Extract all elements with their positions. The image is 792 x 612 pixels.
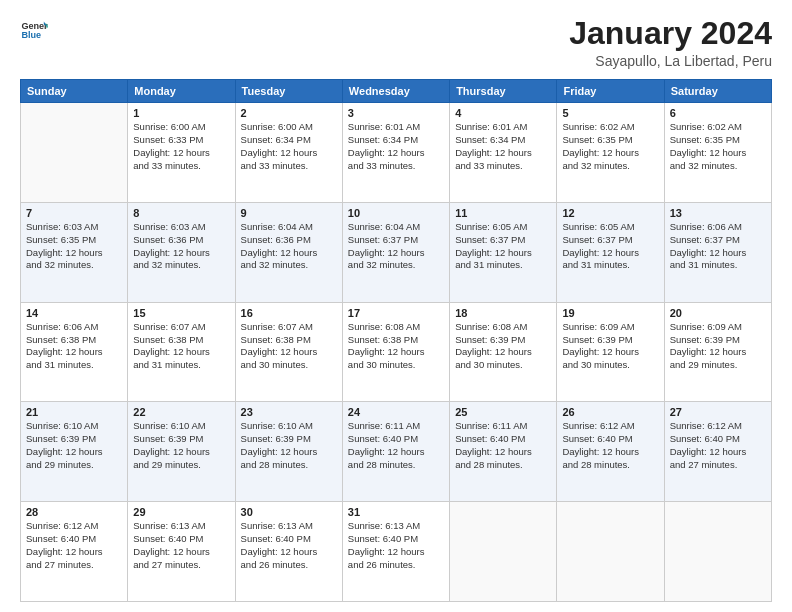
day-number: 4	[455, 107, 551, 119]
calendar-cell	[664, 502, 771, 602]
day-info: Sunrise: 6:02 AM Sunset: 6:35 PM Dayligh…	[670, 121, 766, 172]
calendar-cell: 2Sunrise: 6:00 AM Sunset: 6:34 PM Daylig…	[235, 103, 342, 203]
day-info: Sunrise: 6:11 AM Sunset: 6:40 PM Dayligh…	[455, 420, 551, 471]
main-title: January 2024	[569, 16, 772, 51]
day-number: 7	[26, 207, 122, 219]
day-number: 3	[348, 107, 444, 119]
day-info: Sunrise: 6:03 AM Sunset: 6:36 PM Dayligh…	[133, 221, 229, 272]
calendar-cell: 31Sunrise: 6:13 AM Sunset: 6:40 PM Dayli…	[342, 502, 449, 602]
calendar-cell: 15Sunrise: 6:07 AM Sunset: 6:38 PM Dayli…	[128, 302, 235, 402]
day-number: 25	[455, 406, 551, 418]
day-info: Sunrise: 6:09 AM Sunset: 6:39 PM Dayligh…	[670, 321, 766, 372]
weekday-header-thursday: Thursday	[450, 80, 557, 103]
calendar-week-row: 28Sunrise: 6:12 AM Sunset: 6:40 PM Dayli…	[21, 502, 772, 602]
calendar-cell: 10Sunrise: 6:04 AM Sunset: 6:37 PM Dayli…	[342, 202, 449, 302]
calendar-cell: 20Sunrise: 6:09 AM Sunset: 6:39 PM Dayli…	[664, 302, 771, 402]
day-number: 8	[133, 207, 229, 219]
day-info: Sunrise: 6:08 AM Sunset: 6:38 PM Dayligh…	[348, 321, 444, 372]
day-info: Sunrise: 6:06 AM Sunset: 6:38 PM Dayligh…	[26, 321, 122, 372]
calendar-cell: 26Sunrise: 6:12 AM Sunset: 6:40 PM Dayli…	[557, 402, 664, 502]
day-number: 24	[348, 406, 444, 418]
logo-icon: General Blue	[20, 16, 48, 44]
svg-text:Blue: Blue	[21, 30, 41, 40]
day-info: Sunrise: 6:13 AM Sunset: 6:40 PM Dayligh…	[348, 520, 444, 571]
day-number: 20	[670, 307, 766, 319]
calendar-cell	[450, 502, 557, 602]
day-info: Sunrise: 6:09 AM Sunset: 6:39 PM Dayligh…	[562, 321, 658, 372]
day-info: Sunrise: 6:12 AM Sunset: 6:40 PM Dayligh…	[670, 420, 766, 471]
day-number: 23	[241, 406, 337, 418]
weekday-header-sunday: Sunday	[21, 80, 128, 103]
title-block: January 2024 Sayapullo, La Libertad, Per…	[569, 16, 772, 69]
day-number: 11	[455, 207, 551, 219]
day-info: Sunrise: 6:01 AM Sunset: 6:34 PM Dayligh…	[348, 121, 444, 172]
day-number: 28	[26, 506, 122, 518]
day-number: 6	[670, 107, 766, 119]
day-info: Sunrise: 6:03 AM Sunset: 6:35 PM Dayligh…	[26, 221, 122, 272]
day-info: Sunrise: 6:06 AM Sunset: 6:37 PM Dayligh…	[670, 221, 766, 272]
calendar-cell: 8Sunrise: 6:03 AM Sunset: 6:36 PM Daylig…	[128, 202, 235, 302]
day-info: Sunrise: 6:10 AM Sunset: 6:39 PM Dayligh…	[26, 420, 122, 471]
day-info: Sunrise: 6:04 AM Sunset: 6:37 PM Dayligh…	[348, 221, 444, 272]
calendar-cell: 1Sunrise: 6:00 AM Sunset: 6:33 PM Daylig…	[128, 103, 235, 203]
calendar-cell: 30Sunrise: 6:13 AM Sunset: 6:40 PM Dayli…	[235, 502, 342, 602]
weekday-header-row: SundayMondayTuesdayWednesdayThursdayFrid…	[21, 80, 772, 103]
day-info: Sunrise: 6:08 AM Sunset: 6:39 PM Dayligh…	[455, 321, 551, 372]
day-info: Sunrise: 6:02 AM Sunset: 6:35 PM Dayligh…	[562, 121, 658, 172]
day-info: Sunrise: 6:10 AM Sunset: 6:39 PM Dayligh…	[133, 420, 229, 471]
calendar-cell: 11Sunrise: 6:05 AM Sunset: 6:37 PM Dayli…	[450, 202, 557, 302]
weekday-header-monday: Monday	[128, 80, 235, 103]
calendar-cell: 23Sunrise: 6:10 AM Sunset: 6:39 PM Dayli…	[235, 402, 342, 502]
day-info: Sunrise: 6:11 AM Sunset: 6:40 PM Dayligh…	[348, 420, 444, 471]
calendar-cell: 14Sunrise: 6:06 AM Sunset: 6:38 PM Dayli…	[21, 302, 128, 402]
calendar-table: SundayMondayTuesdayWednesdayThursdayFrid…	[20, 79, 772, 602]
day-number: 15	[133, 307, 229, 319]
calendar-cell: 18Sunrise: 6:08 AM Sunset: 6:39 PM Dayli…	[450, 302, 557, 402]
calendar-week-row: 1Sunrise: 6:00 AM Sunset: 6:33 PM Daylig…	[21, 103, 772, 203]
day-number: 19	[562, 307, 658, 319]
weekday-header-wednesday: Wednesday	[342, 80, 449, 103]
day-info: Sunrise: 6:04 AM Sunset: 6:36 PM Dayligh…	[241, 221, 337, 272]
calendar-cell: 21Sunrise: 6:10 AM Sunset: 6:39 PM Dayli…	[21, 402, 128, 502]
day-number: 1	[133, 107, 229, 119]
day-number: 13	[670, 207, 766, 219]
calendar-week-row: 14Sunrise: 6:06 AM Sunset: 6:38 PM Dayli…	[21, 302, 772, 402]
calendar-cell: 12Sunrise: 6:05 AM Sunset: 6:37 PM Dayli…	[557, 202, 664, 302]
day-number: 31	[348, 506, 444, 518]
day-number: 2	[241, 107, 337, 119]
day-number: 26	[562, 406, 658, 418]
calendar-cell: 17Sunrise: 6:08 AM Sunset: 6:38 PM Dayli…	[342, 302, 449, 402]
calendar-cell: 7Sunrise: 6:03 AM Sunset: 6:35 PM Daylig…	[21, 202, 128, 302]
calendar-cell: 5Sunrise: 6:02 AM Sunset: 6:35 PM Daylig…	[557, 103, 664, 203]
header: General Blue January 2024 Sayapullo, La …	[20, 16, 772, 69]
calendar-cell: 24Sunrise: 6:11 AM Sunset: 6:40 PM Dayli…	[342, 402, 449, 502]
logo: General Blue	[20, 16, 48, 44]
day-number: 9	[241, 207, 337, 219]
calendar-cell: 9Sunrise: 6:04 AM Sunset: 6:36 PM Daylig…	[235, 202, 342, 302]
day-info: Sunrise: 6:07 AM Sunset: 6:38 PM Dayligh…	[241, 321, 337, 372]
weekday-header-saturday: Saturday	[664, 80, 771, 103]
calendar-week-row: 7Sunrise: 6:03 AM Sunset: 6:35 PM Daylig…	[21, 202, 772, 302]
calendar-cell: 25Sunrise: 6:11 AM Sunset: 6:40 PM Dayli…	[450, 402, 557, 502]
weekday-header-tuesday: Tuesday	[235, 80, 342, 103]
day-info: Sunrise: 6:12 AM Sunset: 6:40 PM Dayligh…	[562, 420, 658, 471]
day-number: 27	[670, 406, 766, 418]
day-info: Sunrise: 6:13 AM Sunset: 6:40 PM Dayligh…	[133, 520, 229, 571]
day-info: Sunrise: 6:00 AM Sunset: 6:33 PM Dayligh…	[133, 121, 229, 172]
day-info: Sunrise: 6:13 AM Sunset: 6:40 PM Dayligh…	[241, 520, 337, 571]
calendar-cell: 16Sunrise: 6:07 AM Sunset: 6:38 PM Dayli…	[235, 302, 342, 402]
calendar-cell: 4Sunrise: 6:01 AM Sunset: 6:34 PM Daylig…	[450, 103, 557, 203]
day-number: 16	[241, 307, 337, 319]
day-number: 12	[562, 207, 658, 219]
day-number: 22	[133, 406, 229, 418]
day-number: 21	[26, 406, 122, 418]
day-info: Sunrise: 6:12 AM Sunset: 6:40 PM Dayligh…	[26, 520, 122, 571]
calendar-cell	[21, 103, 128, 203]
day-info: Sunrise: 6:01 AM Sunset: 6:34 PM Dayligh…	[455, 121, 551, 172]
calendar-week-row: 21Sunrise: 6:10 AM Sunset: 6:39 PM Dayli…	[21, 402, 772, 502]
day-number: 5	[562, 107, 658, 119]
calendar-cell: 3Sunrise: 6:01 AM Sunset: 6:34 PM Daylig…	[342, 103, 449, 203]
calendar-cell	[557, 502, 664, 602]
day-info: Sunrise: 6:00 AM Sunset: 6:34 PM Dayligh…	[241, 121, 337, 172]
day-number: 29	[133, 506, 229, 518]
